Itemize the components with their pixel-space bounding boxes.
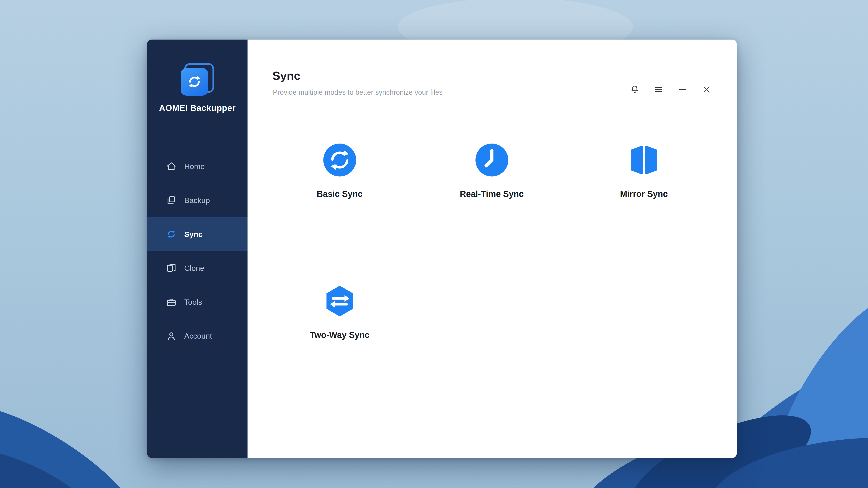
page-title: Sync (272, 69, 301, 83)
close-button[interactable] (701, 84, 712, 95)
backup-icon (166, 194, 177, 206)
app-logo (179, 63, 215, 97)
mirror-sync-icon (627, 143, 661, 177)
real-time-sync-icon (475, 143, 509, 177)
sidebar-nav: Home Backup (147, 149, 248, 353)
mode-label: Real-Time Sync (460, 189, 524, 199)
minimize-icon (677, 84, 688, 95)
sidebar-item-label: Tools (184, 298, 202, 306)
mode-label: Mirror Sync (620, 189, 668, 199)
sidebar-item-backup[interactable]: Backup (147, 183, 248, 217)
bell-icon (629, 84, 640, 95)
sidebar-item-home[interactable]: Home (147, 149, 248, 183)
sidebar-item-clone[interactable]: Clone (147, 251, 248, 285)
sync-modes-row-2: Two-Way Sync (264, 284, 416, 340)
notifications-button[interactable] (629, 84, 640, 95)
tools-icon (166, 296, 177, 308)
home-icon (166, 161, 177, 172)
account-icon (166, 330, 177, 341)
mode-mirror-sync[interactable]: Mirror Sync (568, 143, 720, 199)
window-controls (629, 84, 712, 95)
sidebar-item-sync[interactable]: Sync (147, 217, 248, 251)
sync-icon (166, 228, 177, 240)
sidebar-item-label: Clone (184, 264, 204, 273)
hamburger-icon (653, 84, 664, 95)
sidebar-item-label: Home (184, 162, 205, 171)
sidebar-item-tools[interactable]: Tools (147, 285, 248, 319)
mode-basic-sync[interactable]: Basic Sync (264, 143, 416, 199)
sidebar-item-account[interactable]: Account (147, 319, 248, 353)
sidebar-item-label: Sync (184, 230, 203, 239)
app-window: AOMEI Backupper Home Backup (147, 39, 737, 458)
page-subtitle: Provide multiple modes to better synchro… (273, 88, 442, 96)
two-way-sync-icon (323, 284, 357, 318)
mode-two-way-sync[interactable]: Two-Way Sync (264, 284, 416, 340)
sidebar-item-label: Backup (184, 196, 210, 205)
aomei-sync-logo-icon (181, 68, 208, 96)
sidebar: AOMEI Backupper Home Backup (147, 39, 248, 458)
clone-icon (166, 263, 177, 274)
sidebar-item-label: Account (184, 332, 212, 340)
mode-label: Basic Sync (317, 189, 363, 199)
menu-button[interactable] (653, 84, 664, 95)
mode-real-time-sync[interactable]: Real-Time Sync (416, 143, 568, 199)
sync-modes-row-1: Basic Sync Real-Time Sync (264, 143, 720, 199)
basic-sync-icon (323, 143, 357, 177)
minimize-button[interactable] (677, 84, 688, 95)
mode-label: Two-Way Sync (310, 330, 370, 340)
close-icon (702, 84, 712, 95)
brand-name: AOMEI Backupper (147, 103, 248, 113)
main-content: Sync Provide multiple modes to better sy… (248, 39, 737, 458)
